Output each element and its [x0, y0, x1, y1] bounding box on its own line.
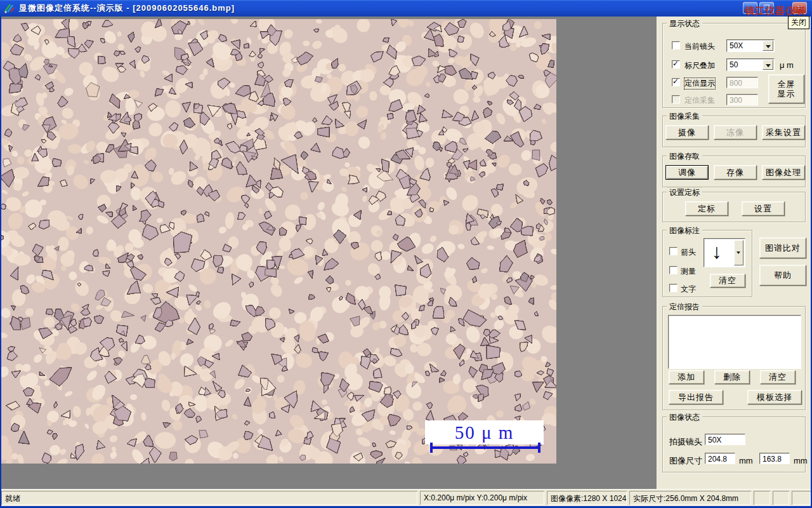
group-calibration-title: 设置定标 — [667, 187, 702, 198]
image-width-field: 204.8 — [705, 453, 735, 464]
client-area: 50 μ m 显示状态 当前镜头 50X ✓ 标尺叠加 50 — [1, 17, 811, 489]
image-process-button[interactable]: 图像处理 — [762, 165, 805, 180]
report-template-button[interactable]: 模板选择 — [747, 390, 802, 404]
status-panel-empty — [773, 491, 789, 505]
minimize-button[interactable]: _ — [743, 2, 757, 14]
fixed-capture-label: 定倍采集 — [684, 95, 715, 106]
micrograph-image[interactable] — [1, 19, 556, 464]
group-calibration: 设置定标 定标 设置 — [662, 192, 806, 222]
arrow-down-icon: ↓ — [712, 240, 722, 264]
current-lens-checkbox[interactable] — [672, 41, 680, 50]
report-export-button[interactable]: 导出报告 — [669, 390, 723, 404]
current-lens-combobox[interactable]: 50X — [726, 39, 775, 52]
fullscreen-line1: 全屏 — [778, 79, 796, 89]
chevron-down-icon[interactable] — [763, 60, 773, 70]
status-ready: 就绪 — [1, 491, 417, 505]
close-tooltip: 关闭 — [788, 16, 809, 29]
group-image-status: 图像状态 拍摄镜头 50X 图像尺寸 204.8 mm 163.8 mm — [662, 417, 806, 472]
load-image-button[interactable]: 调像 — [665, 165, 709, 180]
report-add-button[interactable]: 添加 — [669, 370, 704, 384]
group-display-status: 显示状态 当前镜头 50X ✓ 标尺叠加 50 μ m ✓ — [662, 23, 806, 108]
group-image-status-title: 图像状态 — [667, 412, 702, 423]
window-title: 显微图像定倍系统--演示版 - [20090602055646.bmp] — [19, 3, 235, 14]
check-icon: ✓ — [672, 59, 679, 68]
group-display-status-title: 显示状态 — [667, 18, 702, 29]
fixed-display-label: 定倍显示 — [684, 78, 715, 89]
arrow-checkbox[interactable] — [669, 247, 678, 255]
calibration-settings-button[interactable]: 设置 — [742, 201, 785, 216]
control-panel: 显示状态 当前镜头 50X ✓ 标尺叠加 50 μ m ✓ — [657, 17, 811, 489]
report-delete-button[interactable]: 删除 — [714, 370, 750, 384]
ruler-value-combobox[interactable]: 50 — [726, 58, 775, 71]
status-bar: 就绪 X:0.200μ m/pix Y:0.200μ m/pix 图像像素:12… — [0, 489, 812, 506]
window-edge-left — [0, 17, 1, 506]
image-height-unit: mm — [794, 456, 808, 465]
fixed-display-field: 800 — [726, 77, 758, 88]
fixed-capture-checkbox — [672, 95, 680, 104]
current-lens-value: 50X — [730, 41, 743, 50]
measure-checkbox[interactable] — [669, 266, 678, 274]
group-capture-title: 图像采集 — [667, 111, 702, 122]
title-bar: 显微图像定倍系统--演示版 - [20090602055646.bmp] _ ❐… — [0, 0, 812, 17]
text-label: 文字 — [681, 284, 696, 295]
status-panel-empty — [754, 491, 770, 505]
status-pixel-scale: X:0.200μ m/pix Y:0.200μ m/pix — [420, 491, 544, 505]
scale-bar-line — [430, 446, 540, 449]
arrow-label: 箭头 — [681, 247, 696, 258]
calibrate-button[interactable]: 定标 — [685, 201, 728, 216]
report-clear-button[interactable]: 清空 — [760, 370, 796, 384]
arrow-style-combobox[interactable]: ↓ — [704, 238, 745, 267]
status-image-pixels: 图像像素:1280 X 1024 — [547, 491, 627, 505]
scale-bar-label-box: 50 μ m — [425, 420, 544, 444]
group-annotation: 图像标注 箭头 ↓ 测量 文字 清空 — [662, 230, 752, 297]
close-button[interactable]: ✕ — [792, 2, 807, 14]
restore-button[interactable]: ❐ — [759, 2, 774, 14]
fullscreen-button[interactable]: 全屏 显示 — [768, 74, 804, 104]
image-viewer: 50 μ m — [1, 19, 556, 464]
ruler-overlay-label: 标尺叠加 — [684, 60, 715, 71]
group-storage-title: 图像存取 — [667, 151, 702, 162]
report-listbox[interactable] — [668, 315, 801, 369]
shoot-lens-field: 50X — [705, 434, 745, 445]
chevron-down-icon[interactable] — [763, 41, 773, 51]
ruler-unit-label: μ m — [780, 60, 794, 70]
fixed-capture-field: 300 — [726, 94, 758, 105]
chevron-down-icon[interactable] — [734, 240, 743, 265]
text-checkbox[interactable] — [669, 284, 678, 292]
atlas-compare-button[interactable]: 图谱比对 — [759, 237, 806, 258]
ruler-value: 50 — [730, 60, 738, 69]
fixed-display-checkbox[interactable]: ✓ — [672, 78, 680, 86]
app-icon — [4, 3, 15, 14]
image-width-unit: mm — [739, 456, 753, 465]
capture-settings-button[interactable]: 采集设置 — [762, 125, 805, 140]
status-panel-empty — [792, 491, 811, 505]
group-report-title: 定倍报告 — [667, 302, 702, 312]
freeze-button: 冻像 — [714, 125, 757, 140]
group-report: 定倍报告 添加 删除 清空 导出报告 模板选择 — [662, 306, 806, 410]
group-capture: 图像采集 摄像 冻像 采集设置 — [662, 116, 806, 147]
ruler-overlay-checkbox[interactable]: ✓ — [672, 60, 680, 69]
group-storage: 图像存取 调像 存像 图像处理 — [662, 156, 806, 187]
shoot-lens-label: 拍摄镜头 — [669, 436, 702, 448]
image-size-label: 图像尺寸 — [669, 455, 702, 467]
shoot-button[interactable]: 摄像 — [665, 125, 709, 140]
save-image-button[interactable]: 存像 — [714, 165, 757, 180]
group-annotation-title: 图像标注 — [667, 225, 702, 236]
measure-label: 测量 — [681, 266, 696, 277]
image-height-field: 163.8 — [759, 453, 790, 464]
scale-bar-text: 50 μ m — [455, 422, 514, 443]
fullscreen-line2: 显示 — [778, 89, 796, 98]
app-window: 显微图像定倍系统--演示版 - [20090602055646.bmp] _ ❐… — [0, 0, 812, 508]
annotation-clear-button[interactable]: 清空 — [710, 274, 745, 288]
check-icon: ✓ — [672, 77, 679, 86]
help-button[interactable]: 帮助 — [759, 265, 806, 286]
current-lens-label: 当前镜头 — [684, 41, 715, 52]
status-actual-size: 实际尺寸:256.0mm X 204.8mm — [629, 491, 751, 505]
